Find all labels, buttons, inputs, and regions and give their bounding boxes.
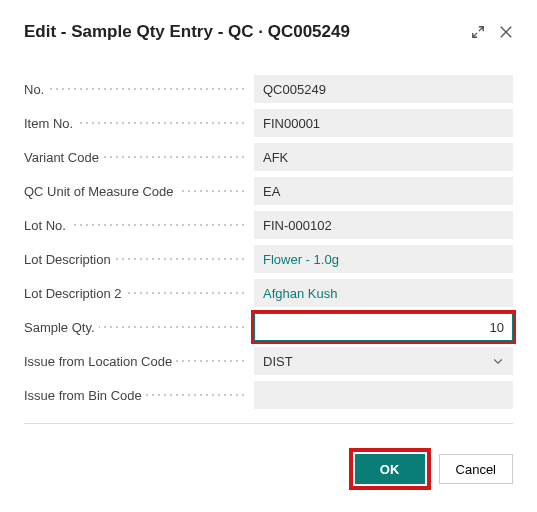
input-sample-qty[interactable] xyxy=(254,313,513,341)
label-lot-desc: Lot Description xyxy=(24,252,115,267)
value-item-no[interactable]: FIN00001 xyxy=(254,109,513,137)
label-variant-code: Variant Code xyxy=(24,150,103,165)
chevron-down-icon xyxy=(492,355,504,367)
value-issue-bin[interactable] xyxy=(254,381,513,409)
label-item-no: Item No. xyxy=(24,116,77,131)
divider xyxy=(24,423,513,424)
label-qc-uom: QC Unit of Measure Code xyxy=(24,184,178,199)
close-icon[interactable] xyxy=(499,25,513,39)
ok-button[interactable]: OK xyxy=(355,454,425,484)
label-sample-qty: Sample Qty. xyxy=(24,320,99,335)
value-lot-desc[interactable]: Flower - 1.0g xyxy=(254,245,513,273)
value-variant-code[interactable]: AFK xyxy=(254,143,513,171)
label-lot-no: Lot No. xyxy=(24,218,70,233)
value-qc-uom[interactable]: EA xyxy=(254,177,513,205)
value-lot-no[interactable]: FIN-000102 xyxy=(254,211,513,239)
value-no[interactable]: QC005249 xyxy=(254,75,513,103)
dropdown-issue-location[interactable]: DIST xyxy=(254,347,513,375)
label-no: No. xyxy=(24,82,48,97)
dialog-title: Edit - Sample Qty Entry - QC · QC005249 xyxy=(24,22,350,42)
cancel-button[interactable]: Cancel xyxy=(439,454,513,484)
label-issue-bin: Issue from Bin Code xyxy=(24,388,146,403)
form: No. QC005249 Item No. FIN00001 Variant C… xyxy=(24,72,513,412)
label-lot-desc2: Lot Description 2 xyxy=(24,286,126,301)
label-issue-loc: Issue from Location Code xyxy=(24,354,176,369)
expand-icon[interactable] xyxy=(471,25,485,39)
value-issue-loc: DIST xyxy=(263,354,293,369)
value-lot-desc2[interactable]: Afghan Kush xyxy=(254,279,513,307)
